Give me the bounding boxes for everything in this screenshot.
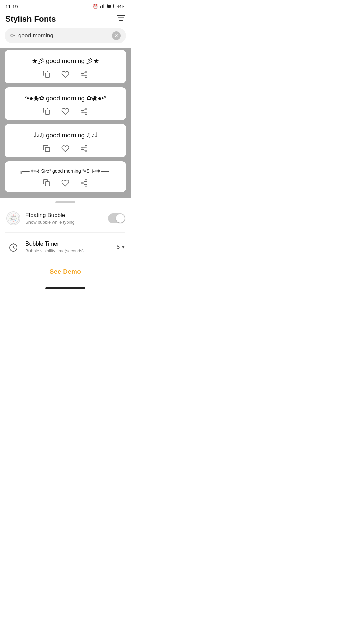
bubble-timer-dropdown[interactable]: 5 ▼ [117, 244, 125, 250]
share-button-4[interactable] [80, 179, 88, 187]
svg-line-31 [83, 181, 85, 183]
font-card-2-text: °•●◉✿ good morning ✿◉●•° [10, 94, 121, 103]
signal-icon [100, 3, 105, 10]
bubble-timer-text: Bubble Timer Bubble visibility time(seco… [25, 240, 117, 253]
font-card-1: ★彡 good morning 彡★ [5, 50, 126, 83]
floating-bubble-label: Floating Bubble [25, 212, 108, 219]
app-title: Stylish Fonts [5, 14, 56, 24]
bubble-timer-value-text: 5 [117, 244, 120, 250]
share-button-2[interactable] [80, 107, 88, 115]
svg-point-28 [81, 182, 83, 184]
status-time: 11:19 [5, 4, 18, 9]
svg-rect-7 [119, 20, 123, 21]
like-button-3[interactable] [61, 145, 69, 153]
floating-bubble-icon: Stylish Fonts [5, 210, 21, 226]
font-card-1-actions [10, 70, 121, 78]
like-button-2[interactable] [61, 107, 69, 115]
floating-bubble-toggle[interactable] [108, 213, 125, 223]
svg-point-37 [16, 218, 17, 219]
font-cards-list[interactable]: ★彡 good morning 彡★ °•●◉✿ [0, 48, 131, 198]
svg-point-9 [85, 71, 87, 73]
svg-rect-4 [108, 5, 111, 8]
bubble-timer-setting: Bubble Timer Bubble visibility time(seco… [5, 233, 125, 261]
font-card-2: °•●◉✿ good morning ✿◉●•° [5, 87, 126, 120]
svg-rect-5 [117, 15, 125, 16]
settings-panel: Stylish Fonts Floating Bubble Show bubbl… [0, 204, 131, 261]
svg-line-30 [83, 184, 85, 185]
floating-bubble-setting: Stylish Fonts Floating Bubble Show bubbl… [5, 204, 125, 233]
svg-point-16 [81, 110, 83, 112]
svg-text:Stylish: Stylish [11, 216, 16, 218]
svg-rect-20 [45, 147, 50, 152]
svg-point-15 [85, 108, 87, 110]
font-card-2-actions [10, 107, 121, 115]
copy-button-2[interactable] [43, 107, 51, 115]
font-card-4-actions [10, 179, 121, 187]
svg-line-18 [83, 112, 85, 113]
app-logo: Stylish Fonts [6, 211, 20, 225]
filter-icon[interactable] [117, 15, 125, 23]
toggle-knob [116, 214, 125, 223]
bottom-sheet-handle [55, 201, 75, 203]
battery-percentage: 44% [117, 4, 125, 9]
svg-point-36 [9, 218, 11, 219]
svg-point-10 [81, 73, 83, 75]
svg-text:Fonts: Fonts [11, 218, 16, 220]
svg-point-23 [85, 150, 87, 152]
see-demo-button[interactable]: See Demo [50, 268, 81, 275]
font-card-3-text: ♩♪♫ good morning ♫♪♩ [10, 131, 121, 140]
svg-point-21 [85, 145, 87, 147]
svg-point-22 [81, 148, 83, 150]
like-button-1[interactable] [61, 70, 69, 78]
floating-bubble-text: Floating Bubble Show bubble while typing [25, 212, 108, 225]
svg-rect-6 [118, 18, 124, 19]
share-button-3[interactable] [80, 145, 88, 153]
home-indicator [0, 285, 131, 293]
home-bar [45, 287, 85, 289]
svg-rect-0 [100, 6, 101, 8]
alarm-icon: ⏰ [93, 4, 98, 9]
svg-rect-26 [45, 182, 50, 186]
search-bar[interactable]: ✏ good morning ✕ [5, 28, 126, 43]
svg-line-13 [83, 72, 85, 74]
see-demo-section: See Demo [0, 261, 131, 285]
svg-point-27 [85, 180, 87, 182]
font-card-3-actions [10, 145, 121, 153]
svg-point-42 [11, 220, 12, 221]
status-bar: 11:19 ⏰ 44% [0, 0, 131, 12]
bubble-timer-label: Bubble Timer [25, 240, 117, 247]
like-button-4[interactable] [61, 179, 69, 187]
svg-point-40 [11, 216, 12, 217]
copy-button-1[interactable] [43, 70, 51, 78]
svg-line-12 [83, 75, 85, 76]
svg-line-19 [83, 110, 85, 111]
svg-point-39 [13, 221, 14, 222]
clear-icon: ✕ [114, 33, 118, 38]
bubble-timer-sublabel: Bubble visibility time(seconds) [25, 248, 117, 253]
copy-button-4[interactable] [43, 179, 51, 187]
svg-point-43 [15, 220, 16, 221]
font-card-1-text: ★彡 good morning 彡★ [10, 57, 121, 66]
bubble-timer-icon [5, 239, 21, 255]
floating-bubble-sublabel: Show bubble while typing [25, 220, 108, 225]
font-card-4: ╔══❖•⊰ Si৹e° good morning °৹iS ⊱•❖══╗ [5, 161, 126, 192]
copy-button-3[interactable] [43, 145, 51, 153]
battery-icon [107, 4, 115, 9]
pencil-icon: ✏ [10, 32, 15, 39]
app-header: Stylish Fonts [0, 12, 131, 28]
search-clear-button[interactable]: ✕ [112, 31, 121, 40]
svg-line-25 [83, 147, 85, 148]
svg-rect-14 [45, 110, 50, 114]
share-button-1[interactable] [80, 70, 88, 78]
svg-rect-8 [45, 73, 50, 77]
bottom-sheet-handle-area [0, 198, 131, 204]
svg-line-24 [83, 149, 85, 150]
svg-rect-2 [103, 4, 104, 8]
svg-point-29 [85, 184, 87, 186]
chevron-down-icon: ▼ [121, 245, 125, 250]
font-card-4-text: ╔══❖•⊰ Si৹e° good morning °৹iS ⊱•❖══╗ [10, 168, 121, 175]
svg-point-38 [13, 215, 14, 216]
svg-rect-1 [102, 5, 103, 8]
search-input[interactable]: good morning [18, 32, 109, 39]
font-card-3: ♩♪♫ good morning ♫♪♩ [5, 124, 126, 157]
